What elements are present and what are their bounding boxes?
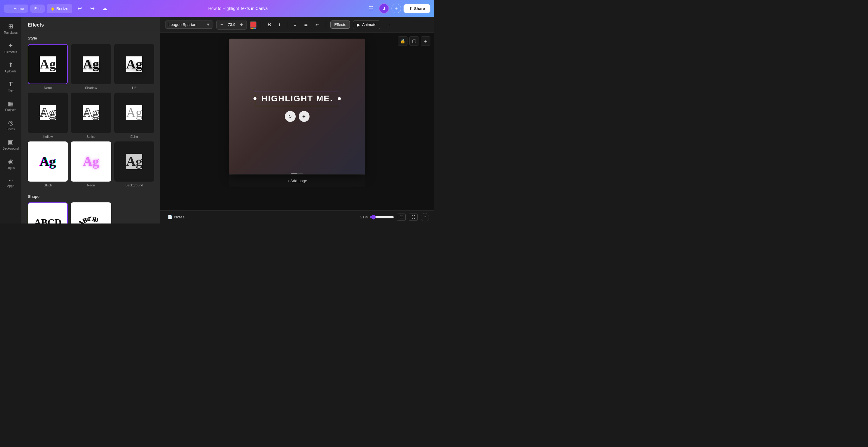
style-label-none: None — [44, 86, 52, 90]
style-preview-lift: Ag — [126, 56, 142, 72]
style-card-background[interactable]: Ag Background — [114, 142, 154, 187]
style-card-hollow[interactable]: Ag Hollow — [28, 93, 68, 138]
style-card-shadow[interactable]: Ag Shadow — [71, 44, 111, 90]
duplicate-button[interactable]: ▢ — [409, 36, 419, 46]
move-button[interactable]: ✚ — [299, 111, 310, 122]
sidebar-item-uploads[interactable]: ⬆ Uploads — [2, 58, 20, 76]
redo-button[interactable]: ↪ — [87, 3, 98, 14]
effects-toolbar-button[interactable]: Effects — [330, 21, 350, 29]
shape-card-curve[interactable]: ABCD ABCD C — [71, 202, 111, 224]
styles-label: Styles — [7, 127, 15, 131]
style-card-shadow-inner: Ag — [71, 44, 111, 84]
sidebar-item-apps[interactable]: ⋯ Apps — [2, 174, 20, 192]
style-card-splice[interactable]: Ag Splice — [71, 93, 111, 138]
canvas-scroll[interactable]: HIGHLIGHT ME. ↻ ✚ — [160, 33, 434, 210]
resize-icon: ◆ — [51, 6, 55, 11]
canvas-top-actions: 🔒 ▢ + — [398, 36, 430, 46]
avatar: J — [379, 3, 389, 13]
style-card-none[interactable]: Ag None — [28, 44, 68, 90]
sidebar-item-elements[interactable]: ✦ Elements — [2, 39, 20, 57]
bold-button[interactable]: B — [265, 21, 274, 29]
fullscreen-button[interactable]: ⛶ — [409, 213, 418, 221]
more-options-button[interactable]: ⋯ — [383, 20, 393, 29]
font-size-increase[interactable]: + — [239, 22, 244, 28]
style-label-glitch: Glitch — [44, 183, 52, 187]
font-dropdown-icon: ▼ — [206, 22, 210, 27]
canvas-area: 🔒 ▢ + HIGHLIGHT ME. — [160, 33, 434, 210]
font-selector[interactable]: League Spartan ▼ — [165, 21, 213, 29]
zoom-level-label: 21% — [360, 215, 368, 219]
animate-button[interactable]: ▶ Animate — [353, 21, 380, 29]
style-card-neon-inner: Ag — [71, 142, 111, 182]
help-button[interactable]: ? — [421, 213, 429, 221]
add-to-page-button[interactable]: + — [421, 36, 430, 46]
canvas-controls: ↻ ✚ — [285, 111, 310, 122]
rotate-button[interactable]: ↻ — [285, 111, 296, 122]
uploads-label: Uploads — [5, 70, 16, 73]
uploads-icon: ⬆ — [8, 61, 13, 68]
style-label-shadow: Shadow — [85, 86, 97, 90]
style-label-splice: Splice — [87, 135, 96, 139]
apps-label: Apps — [7, 184, 14, 188]
spacing-button[interactable]: ⇤ — [313, 21, 321, 29]
style-preview-neon: Ag — [83, 154, 99, 169]
canvas-page: HIGHLIGHT ME. ↻ ✚ — [229, 39, 365, 174]
back-icon: ← — [8, 6, 12, 11]
topbar-left: ← Home File ◆ Resize ↩ ↪ ☁ — [4, 3, 110, 14]
canvas-text-content: HIGHLIGHT ME. — [261, 94, 333, 103]
style-label-hollow: Hollow — [43, 135, 53, 139]
sidebar-item-styles[interactable]: ◎ Styles — [2, 116, 20, 134]
zoom-control: 21% — [360, 215, 394, 219]
lock-button[interactable]: 🔒 — [398, 36, 407, 46]
shape-card-none[interactable]: ABCD None — [28, 202, 68, 224]
sidebar-item-logos[interactable]: ◉ Logos — [2, 154, 20, 173]
shape-card-none-inner: ABCD — [28, 202, 68, 224]
animate-label: Animate — [362, 22, 376, 27]
text-icon: T — [9, 80, 13, 88]
effects-panel: Effects Style Ag None Ag Shado — [22, 17, 160, 224]
shape-preview-none: ABCD — [34, 217, 61, 224]
italic-button[interactable]: I — [276, 21, 282, 29]
style-section-title: Style — [28, 36, 154, 40]
bottombar: 📄 Notes 21% ☷ ⛶ ? — [160, 210, 434, 224]
style-preview-shadow: Ag — [83, 56, 99, 72]
sidebar-item-projects[interactable]: ▦ Projects — [2, 96, 20, 115]
topbar: ← Home File ◆ Resize ↩ ↪ ☁ How to Highli… — [0, 0, 434, 17]
align-button[interactable]: ≡ — [291, 21, 299, 29]
notes-button[interactable]: 📄 Notes — [165, 213, 187, 220]
file-button[interactable]: File — [30, 4, 45, 13]
style-card-neon[interactable]: Ag Neon — [71, 142, 111, 187]
elements-icon: ✦ — [8, 42, 13, 49]
canvas-text-element[interactable]: HIGHLIGHT ME. — [255, 91, 339, 106]
undo-button[interactable]: ↩ — [74, 3, 85, 14]
sidebar-item-text[interactable]: T Text — [2, 77, 20, 95]
activity-button[interactable]: ☷ — [366, 3, 376, 14]
style-card-lift[interactable]: Ag Lift — [114, 44, 154, 90]
page-view-button[interactable]: ☷ — [397, 213, 406, 221]
add-collaborator-button[interactable]: + — [392, 4, 401, 13]
font-size-input[interactable] — [225, 22, 238, 27]
font-size-decrease[interactable]: − — [219, 22, 224, 28]
toolbar: League Spartan ▼ − + B I ≡ ≣ ⇤ Effects ▶… — [160, 17, 434, 33]
share-label: Share — [414, 6, 425, 11]
sidebar-item-templates[interactable]: ⊞ Templates — [2, 19, 20, 37]
cloud-save-button[interactable]: ☁ — [99, 3, 110, 14]
style-card-glitch[interactable]: Ag Glitch — [28, 142, 68, 187]
projects-icon: ▦ — [8, 100, 13, 107]
templates-icon: ⊞ — [8, 23, 13, 30]
animate-icon: ▶ — [357, 22, 360, 27]
sidebar-item-background[interactable]: ▣ Background — [2, 135, 20, 153]
add-page-bar[interactable]: + Add page — [229, 174, 365, 187]
notes-icon: 📄 — [167, 215, 173, 219]
style-card-echo[interactable]: Ag Echo — [114, 93, 154, 138]
share-button[interactable]: ⬆ Share — [404, 4, 430, 13]
shape-card-curve-inner: ABCD ABCD — [71, 202, 111, 224]
separator-1 — [261, 21, 261, 28]
text-color-picker[interactable] — [250, 22, 256, 28]
zoom-slider[interactable] — [370, 215, 394, 219]
resize-button[interactable]: ◆ Resize — [47, 4, 73, 13]
list-button[interactable]: ≣ — [302, 21, 310, 29]
elements-label: Elements — [4, 50, 17, 54]
scroll-indicator — [291, 173, 303, 174]
home-button[interactable]: ← Home — [4, 4, 28, 13]
